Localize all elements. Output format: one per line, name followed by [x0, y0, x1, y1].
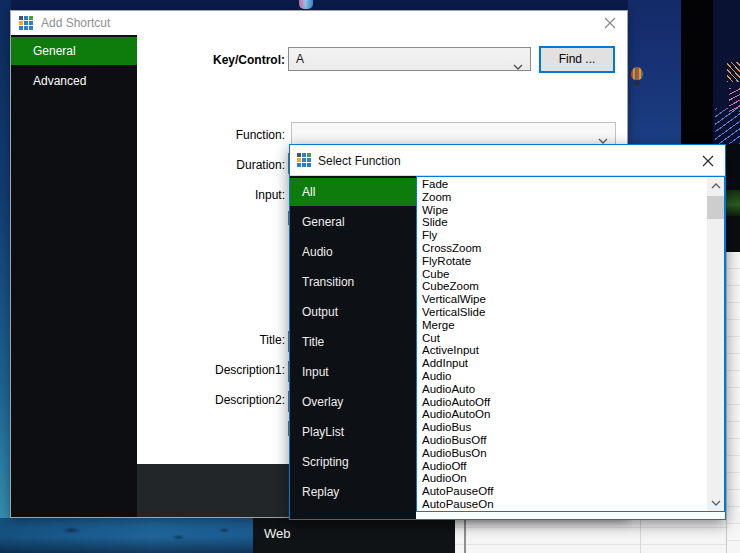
- select-function-titlebar[interactable]: Select Function: [290, 145, 725, 176]
- scrollbar-down-icon[interactable]: [707, 494, 724, 511]
- function-list-item[interactable]: AudioBusOn: [417, 447, 707, 460]
- function-list-item[interactable]: AutoPauseOff: [417, 485, 707, 498]
- scrollbar-up-icon[interactable]: [707, 177, 724, 194]
- category-item[interactable]: General: [290, 208, 416, 236]
- category-item[interactable]: Output: [290, 298, 416, 326]
- close-icon[interactable]: [602, 15, 618, 31]
- function-list-item[interactable]: VerticalSlide: [417, 306, 707, 319]
- fireworks-image: [713, 0, 740, 146]
- select-function-dialog: Select Function AllGeneralAudioTransitio…: [289, 144, 726, 520]
- find-button-label: Find ...: [559, 52, 596, 66]
- function-list-item[interactable]: AddInput: [417, 357, 707, 370]
- web-tab[interactable]: Web: [253, 518, 455, 553]
- balloon-image: [631, 67, 643, 80]
- key-control-combobox[interactable]: A: [288, 47, 531, 71]
- function-list-item[interactable]: ActiveInput: [417, 344, 707, 357]
- category-item[interactable]: Transition: [290, 268, 416, 296]
- category-item[interactable]: Replay: [290, 478, 416, 506]
- title-field-label: Title:: [115, 333, 285, 347]
- function-list-item[interactable]: Slide: [417, 216, 707, 229]
- category-item[interactable]: Audio: [290, 238, 416, 266]
- function-list-item[interactable]: AutoPauseOn: [417, 498, 707, 511]
- category-sidebar: AllGeneralAudioTransitionOutputTitleInpu…: [290, 176, 416, 519]
- function-list-item[interactable]: Cube: [417, 268, 707, 281]
- function-list-item[interactable]: Zoom: [417, 191, 707, 204]
- background-window-sliver: [726, 144, 740, 190]
- category-item[interactable]: Scripting: [290, 448, 416, 476]
- category-item[interactable]: Overlay: [290, 388, 416, 416]
- function-list-item[interactable]: Fly: [417, 229, 707, 242]
- function-list-item[interactable]: AudioBus: [417, 421, 707, 434]
- function-list-item[interactable]: CrossZoom: [417, 242, 707, 255]
- sidebar-item[interactable]: Advanced: [11, 67, 137, 95]
- category-item[interactable]: PlayList: [290, 418, 416, 446]
- chevron-down-icon: [513, 56, 523, 78]
- dialog-title: Select Function: [318, 154, 401, 168]
- vmix-app-icon: [19, 16, 33, 30]
- description1-label: Description1:: [115, 363, 285, 377]
- category-item[interactable]: Input: [290, 358, 416, 386]
- function-list-item[interactable]: CubeZoom: [417, 280, 707, 293]
- function-list-item[interactable]: AudioAutoOn: [417, 408, 707, 421]
- function-list-item[interactable]: Audio: [417, 370, 707, 383]
- description2-label: Description2:: [115, 393, 285, 407]
- grid-divider: [464, 518, 466, 553]
- function-list-item[interactable]: Wipe: [417, 204, 707, 217]
- add-shortcut-titlebar[interactable]: Add Shortcut: [11, 11, 627, 35]
- background-list-sliver: [726, 252, 740, 553]
- firework-streak: [727, 62, 740, 82]
- function-list-item[interactable]: AudioBusOff: [417, 434, 707, 447]
- function-list-item[interactable]: Fade: [417, 178, 707, 191]
- add-shortcut-sidebar: GeneralAdvanced: [11, 35, 137, 517]
- function-combobox[interactable]: [291, 122, 616, 145]
- function-list-item[interactable]: Cut: [417, 332, 707, 345]
- key-control-label: Key/Control:: [115, 53, 285, 67]
- background-window-peek: [299, 0, 313, 9]
- function-list-item[interactable]: AudioAutoOff: [417, 396, 707, 409]
- function-list-item[interactable]: AudioOn: [417, 472, 707, 485]
- function-list-item[interactable]: AudioAuto: [417, 383, 707, 396]
- balloon-basket: [635, 81, 639, 85]
- function-list-item[interactable]: FlyRotate: [417, 255, 707, 268]
- input-label: Input:: [115, 188, 285, 202]
- grid-divider: [640, 518, 641, 553]
- background-window-sliver: [726, 216, 740, 252]
- function-list-item[interactable]: AudioOff: [417, 460, 707, 473]
- function-list-items: FadeZoomWipeSlideFlyCrossZoomFlyRotateCu…: [417, 178, 707, 511]
- duration-label: Duration:: [115, 158, 285, 172]
- background-black-strip: [681, 0, 713, 146]
- scrollbar[interactable]: [707, 177, 724, 511]
- close-icon[interactable]: [700, 153, 716, 169]
- function-list: FadeZoomWipeSlideFlyCrossZoomFlyRotateCu…: [416, 176, 725, 512]
- background-grid: [455, 518, 726, 553]
- desktop-wallpaper-water: [0, 518, 255, 553]
- function-list-item[interactable]: Merge: [417, 319, 707, 332]
- background-preview-sliver: [726, 190, 740, 216]
- find-button[interactable]: Find ...: [539, 46, 615, 73]
- dialog-title: Add Shortcut: [41, 16, 110, 30]
- category-item[interactable]: All: [290, 178, 416, 206]
- scrollbar-thumb[interactable]: [707, 196, 724, 219]
- category-item[interactable]: Title: [290, 328, 416, 356]
- function-list-item[interactable]: VerticalWipe: [417, 293, 707, 306]
- function-label: Function:: [115, 128, 285, 142]
- web-tab-label: Web: [264, 526, 291, 541]
- firework-streak: [715, 108, 740, 144]
- key-control-value: A: [296, 52, 304, 66]
- vmix-app-icon: [297, 153, 311, 167]
